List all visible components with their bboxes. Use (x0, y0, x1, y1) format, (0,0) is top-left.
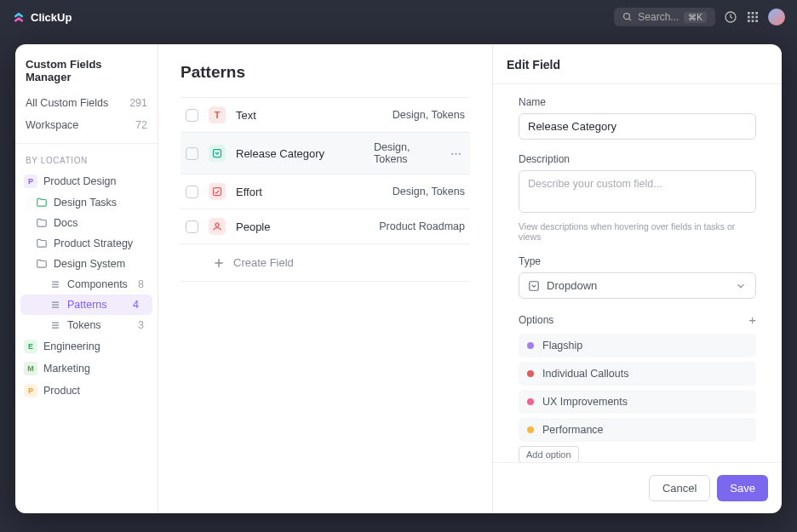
svg-rect-9 (752, 20, 754, 22)
name-label: Name (519, 96, 756, 108)
field-checkbox[interactable] (186, 147, 198, 160)
apps-grid-icon[interactable] (746, 10, 760, 24)
field-location: Design, Tokens (374, 141, 437, 165)
sidebar: Custom Fields Manager All Custom Fields … (15, 44, 158, 513)
option-color-dot (527, 398, 534, 405)
tree-item-patterns[interactable]: Patterns4 (20, 295, 152, 315)
divider (15, 143, 158, 144)
description-input[interactable] (519, 170, 756, 213)
svg-rect-3 (752, 12, 754, 14)
options-label: Options (519, 314, 553, 326)
field-location: Design, Tokens (393, 186, 465, 197)
main-content: Patterns T Text Design, Tokens Release C… (158, 44, 492, 513)
list-icon (49, 278, 61, 290)
tree-item-design-system[interactable]: Design System (15, 254, 158, 274)
description-help: View descriptions when hovering over fie… (519, 221, 756, 242)
option-label: Individual Callouts (542, 368, 628, 380)
field-location: Design, Tokens (393, 109, 465, 121)
search-box[interactable]: Search... ⌘K (614, 8, 715, 26)
create-field-button[interactable]: Create Field (181, 244, 470, 282)
list-icon (49, 299, 61, 311)
field-name: Text (236, 109, 364, 122)
field-location: Product Roadmap (379, 220, 465, 232)
space-badge: P (24, 174, 37, 188)
svg-rect-12 (214, 188, 221, 196)
option-row[interactable]: Flagship (519, 334, 756, 358)
field-row[interactable]: Release Category Design, Tokens ⋯ (181, 133, 470, 174)
svg-rect-8 (748, 20, 750, 22)
tree-item-product-strategy[interactable]: Product Strategy (15, 233, 158, 254)
folder-icon (36, 197, 48, 209)
add-option-button[interactable]: Add option (519, 446, 579, 462)
description-label: Description (519, 153, 756, 165)
svg-point-0 (624, 14, 630, 20)
space-badge: E (24, 340, 37, 353)
svg-rect-5 (748, 16, 750, 19)
more-icon[interactable]: ⋯ (447, 147, 465, 160)
space-badge: M (24, 362, 37, 375)
custom-fields-modal: Custom Fields Manager All Custom Fields … (15, 44, 782, 513)
field-type-icon (209, 183, 226, 200)
add-option-plus[interactable]: + (748, 312, 756, 327)
edit-field-panel: Edit Field Name Description View descrip… (492, 44, 782, 513)
sidebar-workspace[interactable]: Workspace 72 (15, 114, 158, 136)
list-icon (49, 319, 61, 331)
search-icon (622, 12, 633, 22)
field-name: Release Category (236, 147, 364, 160)
field-checkbox[interactable] (186, 109, 198, 122)
clock-icon[interactable] (724, 10, 737, 24)
name-input[interactable] (519, 113, 756, 140)
field-name: People (236, 220, 364, 233)
option-row[interactable]: Individual Callouts (519, 362, 756, 386)
chevron-down-icon (735, 280, 747, 292)
option-color-dot (527, 426, 534, 433)
logo[interactable]: ClickUp (12, 10, 72, 24)
search-shortcut: ⌘K (684, 12, 707, 23)
field-type-icon: T (209, 106, 226, 123)
option-row[interactable]: UX Improvements (519, 390, 756, 414)
field-row[interactable]: Effort Design, Tokens (181, 174, 470, 209)
option-color-dot (527, 342, 534, 349)
field-row[interactable]: People Product Roadmap (181, 209, 470, 244)
tree-item-product-design[interactable]: PProduct Design (15, 170, 158, 192)
clickup-logo-icon (12, 10, 26, 24)
field-name: Effort (236, 186, 364, 198)
tree-item-tokens[interactable]: Tokens3 (15, 315, 158, 335)
by-location-label: By Location (15, 151, 158, 170)
tree-item-marketing[interactable]: MMarketing (15, 358, 158, 380)
folder-icon (36, 237, 48, 249)
field-row[interactable]: T Text Design, Tokens (181, 97, 470, 133)
field-type-icon (209, 145, 226, 162)
tree-item-components[interactable]: Components8 (15, 274, 158, 295)
field-type-icon (209, 218, 226, 235)
type-select[interactable]: Dropdown (519, 272, 756, 299)
space-badge: P (24, 384, 37, 398)
folder-icon (36, 217, 48, 229)
tree-item-product[interactable]: PProduct (15, 380, 158, 402)
option-color-dot (527, 370, 534, 377)
type-label: Type (519, 255, 756, 267)
brand-name: ClickUp (31, 11, 72, 24)
sidebar-title: Custom Fields Manager (15, 44, 158, 92)
tree-item-engineering[interactable]: EEngineering (15, 335, 158, 358)
tree-item-design-tasks[interactable]: Design Tasks (15, 192, 158, 213)
sidebar-all-fields[interactable]: All Custom Fields 291 (15, 92, 158, 114)
tree-item-docs[interactable]: Docs (15, 213, 158, 233)
save-button[interactable]: Save (717, 475, 768, 501)
topbar: ClickUp Search... ⌘K (0, 0, 797, 34)
svg-rect-11 (214, 150, 221, 157)
option-label: Performance (542, 424, 604, 436)
avatar[interactable] (768, 9, 785, 26)
option-label: UX Improvements (542, 396, 628, 408)
svg-rect-7 (755, 16, 758, 19)
option-row[interactable]: Performance (519, 418, 756, 442)
cancel-button[interactable]: Cancel (649, 475, 710, 501)
field-checkbox[interactable] (186, 220, 198, 233)
field-checkbox[interactable] (186, 186, 198, 198)
plus-icon (213, 257, 225, 269)
folder-icon (36, 258, 48, 270)
search-placeholder: Search... (638, 11, 679, 23)
svg-rect-14 (530, 281, 539, 290)
svg-rect-4 (755, 12, 758, 14)
dropdown-type-icon (528, 280, 540, 292)
